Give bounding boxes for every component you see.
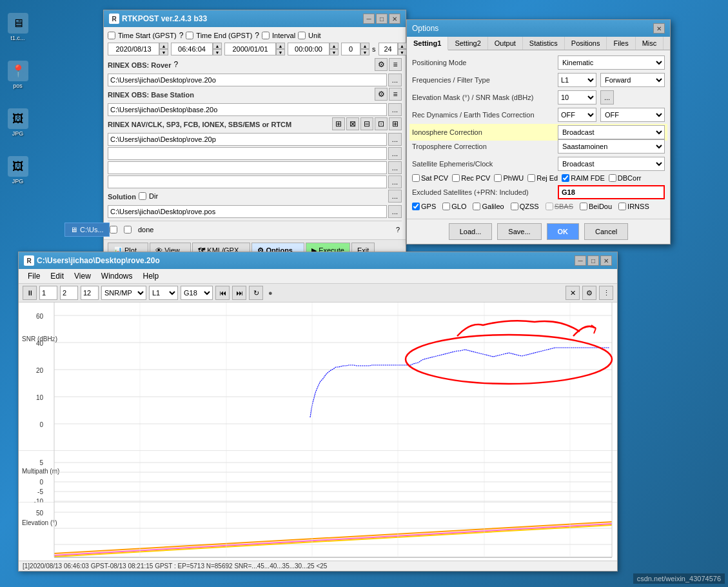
more-chart-btn[interactable]: ⋮ xyxy=(599,286,613,300)
rinex-nav-icon3[interactable]: ⊟ xyxy=(360,117,373,130)
extra-file-input-3[interactable] xyxy=(108,175,387,188)
interval-checkbox[interactable] xyxy=(262,32,270,39)
galileo-checkbox[interactable] xyxy=(473,203,480,210)
time-start-time-input[interactable] xyxy=(171,43,213,55)
cancel-btn[interactable]: Cancel xyxy=(584,223,628,240)
rinex-base-settings-icon[interactable]: ⚙ xyxy=(375,88,388,101)
time-start-checkbox[interactable] xyxy=(108,32,115,39)
close-chart-btn[interactable]: ✕ xyxy=(566,286,580,300)
done-checkbox-1[interactable] xyxy=(110,226,117,234)
solution-path-input[interactable] xyxy=(108,205,387,218)
unit-input[interactable] xyxy=(379,43,398,55)
tab-positions[interactable]: Positions xyxy=(565,37,607,50)
unit-up[interactable]: ▲ xyxy=(398,43,407,49)
snr-type-select[interactable]: SNR/MP xyxy=(101,286,146,300)
qzss-checkbox[interactable] xyxy=(511,203,518,210)
elev-mask-more-btn[interactable]: ... xyxy=(600,90,614,104)
unit-checkbox[interactable] xyxy=(298,32,306,39)
ok-btn[interactable]: OK xyxy=(547,223,580,240)
unit-dn[interactable]: ▼ xyxy=(398,49,407,55)
extra-file-browse-2[interactable]: ... xyxy=(388,161,402,174)
time-start-date-dn[interactable]: ▼ xyxy=(159,49,168,55)
tab-statistics[interactable]: Statistics xyxy=(523,37,565,50)
menu-windows[interactable]: Windows xyxy=(96,270,138,282)
refresh-btn[interactable]: ↻ xyxy=(249,286,263,300)
rinex-rover-info-icon[interactable]: ≡ xyxy=(389,58,402,71)
rinex-base-path-input[interactable] xyxy=(108,103,387,116)
irnss-checkbox[interactable] xyxy=(618,203,626,210)
time-end-date-input[interactable] xyxy=(224,43,276,55)
rej-ed-checkbox[interactable] xyxy=(527,174,535,182)
extra-file-browse-1[interactable]: ... xyxy=(388,147,402,160)
solution-dir-checkbox[interactable] xyxy=(139,192,146,200)
options-close-btn[interactable]: ✕ xyxy=(653,23,665,34)
viewer-maximize-btn[interactable]: □ xyxy=(587,255,599,266)
solution-file-browse-btn[interactable]: ... xyxy=(388,205,402,218)
rinex-nav-icon2[interactable]: ⊠ xyxy=(346,117,359,130)
desktop-icon-3[interactable]: 🖼 JPG xyxy=(5,108,31,137)
sat-eph-select[interactable]: Broadcast xyxy=(558,157,665,171)
rinex-nav-icon4[interactable]: ⊡ xyxy=(375,117,388,130)
rinex-base-browse-btn[interactable]: ... xyxy=(388,103,402,116)
rtkpost-close-btn[interactable]: ✕ xyxy=(389,14,400,24)
rec-pcv-checkbox[interactable] xyxy=(452,174,460,182)
extra-file-input-2[interactable] xyxy=(108,161,387,174)
excluded-input[interactable] xyxy=(558,185,665,199)
time-end-time-dn[interactable]: ▼ xyxy=(330,49,339,55)
rinex-nav-path-input[interactable] xyxy=(108,133,387,146)
sbas-checkbox[interactable] xyxy=(546,203,553,210)
positioning-mode-select[interactable]: Kinematic xyxy=(558,55,665,70)
mini-taskbar-item[interactable]: 🖥 C:\Us... xyxy=(64,223,110,237)
sat-select[interactable]: G18 xyxy=(181,286,213,300)
extra-file-input-1[interactable] xyxy=(108,147,387,160)
viewer-minimize-btn[interactable]: ─ xyxy=(575,255,586,266)
elev-mask-select[interactable]: 10 xyxy=(558,90,596,104)
menu-edit[interactable]: Edit xyxy=(45,270,69,282)
time-end-time-input[interactable] xyxy=(288,43,330,55)
save-btn[interactable]: Save... xyxy=(497,223,541,240)
tab-files[interactable]: Files xyxy=(607,37,635,50)
beidou-checkbox[interactable] xyxy=(580,203,587,210)
time-start-date-up[interactable]: ▲ xyxy=(159,43,168,49)
tab-misc[interactable]: Misc xyxy=(636,37,664,50)
rinex-nav-browse-btn[interactable]: ... xyxy=(388,133,402,146)
num2-input[interactable] xyxy=(60,286,78,300)
gps-checkbox[interactable] xyxy=(412,203,420,210)
filter-select[interactable]: Forward xyxy=(600,73,665,87)
time-start-date-input[interactable] xyxy=(108,43,159,55)
nav-back-btn[interactable]: ⏮ xyxy=(215,286,230,300)
rtkpost-maximize-btn[interactable]: □ xyxy=(376,14,388,24)
iono-correction-select[interactable]: Broadcast xyxy=(558,125,665,139)
time-start-time-dn[interactable]: ▼ xyxy=(213,49,222,55)
nav-fwd-btn[interactable]: ⏭ xyxy=(232,286,246,300)
raim-fde-checkbox[interactable] xyxy=(562,174,569,182)
pause-btn[interactable]: ⏸ xyxy=(23,286,37,300)
tropo-correction-select[interactable]: Saastamoinen xyxy=(558,139,665,154)
rinex-nav-icon1[interactable]: ⊞ xyxy=(332,117,345,130)
desktop-icon-4[interactable]: 🖼 JPG xyxy=(5,156,31,184)
num3-input[interactable] xyxy=(81,286,99,300)
tab-setting2[interactable]: Setting2 xyxy=(448,37,487,50)
solution-browse-btn[interactable]: ... xyxy=(388,190,402,203)
time-start-time-up[interactable]: ▲ xyxy=(213,43,222,49)
glo-checkbox[interactable] xyxy=(442,203,450,210)
earth-tides-select[interactable]: OFF xyxy=(600,108,665,122)
time-end-date-up[interactable]: ▲ xyxy=(276,43,285,49)
rinex-base-info-icon[interactable]: ≡ xyxy=(389,88,402,101)
rinex-rover-browse-btn[interactable]: ... xyxy=(388,74,402,86)
track-num-input[interactable] xyxy=(39,286,57,300)
menu-help[interactable]: Help xyxy=(138,270,164,282)
time-end-date-dn[interactable]: ▼ xyxy=(276,49,285,55)
interval-input[interactable] xyxy=(341,43,360,55)
interval-up[interactable]: ▲ xyxy=(360,43,369,49)
desktop-icon-2[interactable]: 📍 pos xyxy=(5,61,31,89)
interval-dn[interactable]: ▼ xyxy=(360,49,369,55)
time-end-checkbox[interactable] xyxy=(186,32,193,39)
viewer-close-btn[interactable]: ✕ xyxy=(600,255,612,266)
done-checkbox-2[interactable] xyxy=(124,226,132,234)
sat-pcv-checkbox[interactable] xyxy=(412,174,420,182)
rinex-rover-path-input[interactable] xyxy=(108,74,387,86)
load-btn[interactable]: Load... xyxy=(449,223,493,240)
tab-setting1[interactable]: Setting1 xyxy=(407,37,448,50)
rec-dynamics-select[interactable]: OFF xyxy=(558,108,596,122)
